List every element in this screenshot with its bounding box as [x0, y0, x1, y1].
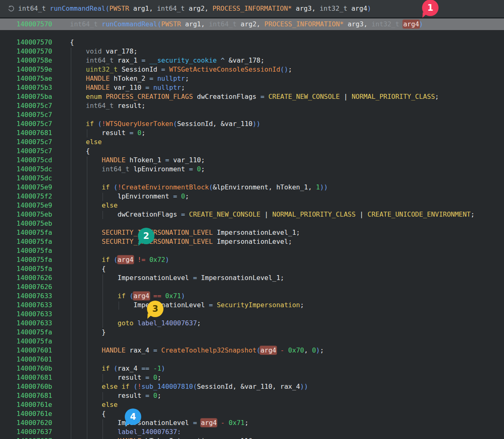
line-code[interactable]: else — [70, 138, 102, 147]
code-token[interactable] — [197, 419, 201, 427]
code-token[interactable]: rax_4 — [118, 364, 142, 372]
code-token[interactable]: ) — [181, 292, 185, 300]
code-token[interactable]: ) — [367, 5, 371, 12]
code-line[interactable]: 1400075e9 else — [0, 201, 504, 210]
line-code[interactable]: ImpersonationLevel = SecurityImpersonati… — [70, 301, 304, 310]
line-code[interactable]: enum PROCESS_CREATION_FLAGS dwCreationFl… — [70, 92, 439, 101]
code-line[interactable]: 140007570 void var_178; — [0, 47, 504, 56]
code-token[interactable] — [70, 183, 102, 191]
line-address[interactable]: 14000761e — [16, 409, 52, 418]
code-token[interactable] — [94, 120, 98, 128]
line-address[interactable]: 1400075fa — [16, 255, 52, 264]
line-address[interactable]: 140007626 — [16, 273, 52, 283]
code-token[interactable]: ( — [209, 183, 213, 191]
code-token[interactable]: = — [153, 346, 157, 354]
code-token[interactable]: = — [209, 301, 213, 309]
code-token[interactable]: __security_cookie — [149, 56, 217, 64]
code-line[interactable]: 140007681 result = 0; — [0, 391, 504, 400]
code-token[interactable]: int32_t — [371, 20, 399, 28]
code-token[interactable]: ; — [320, 346, 324, 354]
code-token[interactable]: dwCreationFlags — [193, 93, 261, 100]
code-token[interactable] — [110, 256, 114, 264]
line-code[interactable]: int64_t rax_1 = __security_cookie ^ &var… — [70, 56, 264, 65]
code-line[interactable]: 1400075e9 if (!CreateEnvironmentBlock(&l… — [0, 183, 504, 192]
line-address[interactable]: 1400075f2 — [16, 192, 52, 201]
code-token[interactable] — [70, 165, 102, 173]
code-token[interactable] — [70, 120, 86, 128]
code-token[interactable]: 0 — [312, 346, 316, 354]
code-token[interactable] — [165, 65, 169, 73]
line-address[interactable]: 1400075dc — [16, 165, 52, 174]
code-token[interactable]: WTSQueryUserToken — [106, 120, 173, 128]
code-token[interactable]: CreateToolhelp32Snapshot — [161, 346, 257, 354]
code-token[interactable]: SECURITY_IMPERSONATION_LEVEL — [102, 238, 213, 245]
code-token[interactable]: { — [70, 410, 106, 418]
line-address[interactable]: 140007681 — [16, 128, 52, 138]
code-token[interactable] — [70, 56, 86, 64]
code-token[interactable]: | — [260, 210, 272, 218]
code-token[interactable]: &var_178; — [225, 56, 264, 64]
code-token[interactable] — [161, 292, 166, 300]
line-address[interactable]: 1400075fa — [16, 237, 52, 246]
code-token[interactable]: CreateEnvironmentBlock — [121, 183, 209, 191]
code-line[interactable]: 14000760b else if (!sub_140007810(Sessio… — [0, 382, 504, 391]
code-token[interactable]: 0x71 — [229, 419, 245, 427]
code-token[interactable]: ImpersonationLevel_1; — [197, 274, 284, 282]
code-line[interactable]: 140007633 goto label_140007637; — [0, 319, 504, 328]
code-token[interactable]: label_140007637 — [118, 428, 177, 436]
code-token[interactable]: ; — [157, 392, 161, 399]
code-token[interactable]: arg3, — [344, 20, 371, 28]
code-token[interactable]: , — [304, 346, 312, 354]
code-token[interactable] — [102, 93, 106, 100]
code-token[interactable]: if — [102, 183, 110, 191]
line-code[interactable]: lpEnvironment = 0; — [70, 192, 189, 201]
code-token[interactable]: SECURITY_IMPERSONATION_LEVEL — [102, 229, 213, 236]
code-token[interactable]: int64_t — [102, 165, 129, 173]
line-address[interactable]: 140007570 — [16, 38, 52, 47]
code-token[interactable] — [118, 383, 122, 390]
code-token[interactable]: WTSGetActiveConsoleSessionId — [169, 65, 280, 73]
line-code[interactable]: SECURITY_IMPERSONATION_LEVEL Impersonati… — [70, 228, 300, 237]
code-token[interactable]: CREATE_UNICODE_ENVIRONMENT — [368, 210, 471, 218]
function-signature[interactable]: int64_t runCommandReal(PWSTR arg1, int64… — [18, 0, 371, 17]
code-token[interactable]: arg2, — [185, 5, 212, 12]
code-token[interactable] — [284, 346, 288, 354]
code-token[interactable] — [149, 392, 154, 399]
line-code[interactable]: int64_t lpEnvironment = 0; — [70, 165, 205, 174]
code-token[interactable] — [110, 364, 114, 372]
code-line[interactable]: 1400075b3 HANDLE var_110 = nullptr; — [0, 83, 504, 92]
highlighted-token-arg4[interactable]: arg4 — [201, 419, 217, 427]
code-line[interactable]: 14000759e uint32_t SessionId = WTSGetAct… — [0, 65, 504, 74]
code-token[interactable]: = — [193, 274, 197, 282]
line-code[interactable]: { — [70, 409, 106, 418]
code-token[interactable]: uint32_t — [86, 65, 118, 73]
code-token[interactable] — [70, 364, 102, 372]
line-address[interactable]: 140007601 — [16, 346, 52, 355]
code-token[interactable] — [70, 401, 102, 409]
code-token[interactable]: result — [70, 129, 130, 137]
rotate-ccw-icon[interactable] — [7, 5, 15, 12]
line-address[interactable]: 140007637 — [16, 437, 52, 439]
line-address[interactable]: 140007570 — [16, 47, 52, 56]
code-token[interactable]: ( — [133, 383, 138, 390]
code-token[interactable] — [145, 56, 149, 64]
line-address[interactable]: 140007626 — [16, 283, 52, 292]
code-line[interactable]: 1400075eb — [0, 219, 504, 228]
code-token[interactable]: arg4 — [348, 5, 367, 12]
code-token[interactable]: 0 — [181, 192, 185, 200]
line-address[interactable]: 140007681 — [16, 391, 52, 400]
code-token[interactable]: ( — [193, 383, 197, 390]
code-token[interactable]: = — [145, 392, 149, 399]
code-token[interactable]: CREATE_NEW_CONSOLE — [189, 210, 260, 218]
code-token[interactable]: arg2, — [237, 20, 264, 28]
code-line[interactable]: 14000761e else — [0, 400, 504, 409]
code-token[interactable]: nullptr — [157, 75, 185, 82]
code-token[interactable]: = — [181, 210, 185, 218]
code-token[interactable] — [70, 256, 102, 264]
code-token[interactable]: ( — [105, 5, 110, 12]
code-line[interactable]: 140007633 — [0, 310, 504, 319]
code-token[interactable]: goto — [118, 319, 134, 327]
line-code[interactable]: HANDLE hToken_1 = var_110; — [70, 156, 205, 165]
code-token[interactable] — [149, 364, 154, 372]
code-line[interactable]: 140007601 — [0, 355, 504, 364]
